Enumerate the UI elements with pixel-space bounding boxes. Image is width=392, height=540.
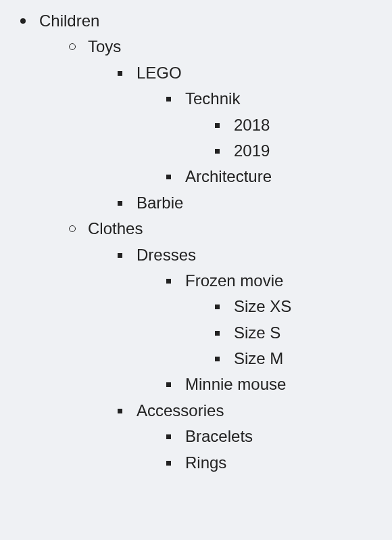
tree-node-label: Dresses bbox=[137, 246, 196, 264]
tree-children: Bracelets Rings bbox=[137, 424, 392, 476]
tree-node: Minnie mouse bbox=[166, 372, 392, 397]
tree-node: Technik 2018 2019 bbox=[166, 86, 392, 164]
tree-node-label: Accessories bbox=[137, 401, 224, 420]
tree-node-label: Size S bbox=[234, 323, 280, 342]
tree-node: Children Toys LEGO Technik 2018 bbox=[20, 8, 392, 476]
tree-node-label: LEGO bbox=[137, 64, 182, 82]
tree-node: Dresses Frozen movie Size XS Size S bbox=[118, 242, 392, 398]
tree-node: Bracelets bbox=[166, 424, 392, 449]
category-tree: Children Toys LEGO Technik 2018 bbox=[20, 8, 392, 476]
tree-node-label: Barbie bbox=[137, 194, 183, 212]
tree-node: Size XS bbox=[215, 294, 392, 319]
tree-children: Size XS Size S Size M bbox=[185, 294, 392, 372]
tree-children: 2018 2019 bbox=[185, 112, 392, 164]
tree-node: Rings bbox=[166, 450, 392, 476]
tree-children: Technik 2018 2019 bbox=[137, 86, 392, 190]
tree-node: Frozen movie Size XS Size S bbox=[166, 268, 392, 372]
tree-children: Dresses Frozen movie Size XS Size S bbox=[88, 242, 392, 476]
tree-node-label: Children bbox=[39, 12, 99, 30]
tree-node-label: Frozen movie bbox=[185, 271, 283, 290]
tree-node-label: Architecture bbox=[185, 167, 272, 185]
tree-node: LEGO Technik 2018 2019 bbox=[118, 60, 392, 190]
tree-children: Frozen movie Size XS Size S bbox=[137, 268, 392, 398]
tree-node-label: 2019 bbox=[234, 141, 270, 160]
tree-node-label: Size XS bbox=[234, 297, 291, 315]
tree-node-label: Toys bbox=[88, 37, 121, 55]
tree-children: Toys LEGO Technik 2018 bbox=[39, 34, 392, 476]
tree-children: LEGO Technik 2018 2019 bbox=[88, 60, 392, 216]
tree-node-label: Technik bbox=[185, 89, 240, 108]
tree-node: Toys LEGO Technik 2018 bbox=[69, 34, 392, 216]
tree-node: Barbie bbox=[118, 190, 392, 216]
tree-node: Size S bbox=[215, 320, 392, 346]
tree-node: Architecture bbox=[166, 164, 392, 189]
tree-node: Accessories Bracelets Rings bbox=[118, 398, 392, 476]
tree-node-label: Rings bbox=[185, 453, 226, 472]
tree-node-label: Clothes bbox=[88, 219, 143, 238]
tree-node: 2019 bbox=[215, 138, 392, 164]
tree-node: Size M bbox=[215, 346, 392, 372]
tree-node-label: 2018 bbox=[234, 116, 270, 134]
tree-node: Clothes Dresses Frozen movie Size XS bbox=[69, 216, 392, 476]
tree-node-label: Size M bbox=[234, 349, 283, 367]
tree-node-label: Minnie mouse bbox=[185, 375, 286, 393]
tree-node-label: Bracelets bbox=[185, 427, 253, 445]
tree-node: 2018 bbox=[215, 112, 392, 138]
